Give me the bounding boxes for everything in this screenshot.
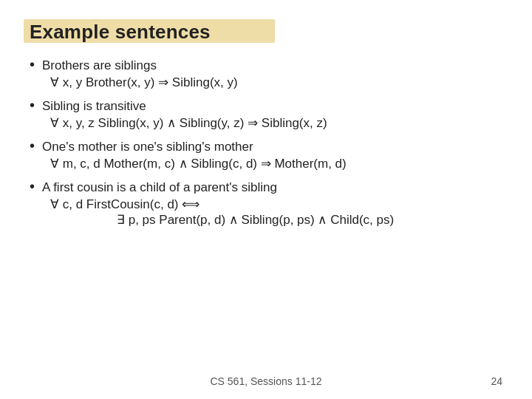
bullet-text-3: One's mother is one's sibling's mother <box>42 140 253 154</box>
bullet-dot-3: • <box>30 138 35 153</box>
formula-1: ∀ x, y Brother(x, y) ⇒ Sibling(x, y) <box>50 75 502 90</box>
bullet-item-4: • A first cousin is a child of a parent'… <box>30 179 502 228</box>
bullet-text-1: Brothers are siblings <box>42 58 157 73</box>
bullet-row-1: • Brothers are siblings <box>30 57 502 73</box>
bullet-item-1: • Brothers are siblings ∀ x, y Brother(x… <box>30 57 502 90</box>
formula-text-3: ∀ m, c, d Mother(m, c) ∧ Sibling(c, d) ⇒… <box>50 156 347 171</box>
bullet-dot-2: • <box>30 98 35 112</box>
formula-text-2: ∀ x, y, z Sibling(x, y) ∧ Sibling(y, z) … <box>50 115 327 131</box>
bullet-item-2: • Sibling is transitive ∀ x, y, z Siblin… <box>30 98 502 131</box>
formula-line1: ∀ c, d FirstCousin(c, d) ⟺ <box>50 197 502 212</box>
bullet-row-4: • A first cousin is a child of a parent'… <box>30 179 502 195</box>
bullet-text-4: A first cousin is a child of a parent's … <box>42 180 277 195</box>
formula-line2: ∃ p, ps Parent(p, d) ∧ Sibling(p, ps) ∧ … <box>117 212 502 228</box>
content-area: • Brothers are siblings ∀ x, y Brother(x… <box>30 57 502 228</box>
formula-4-container: ∀ c, d FirstCousin(c, d) ⟺ ∃ p, ps Paren… <box>50 197 502 228</box>
bullet-dot-1: • <box>30 57 35 72</box>
footer-course: CS 561, Sessions 11-12 <box>211 375 322 387</box>
title-area: Example sentences <box>30 21 502 44</box>
bullet-row-3: • One's mother is one's sibling's mother <box>30 138 502 154</box>
formula-3: ∀ m, c, d Mother(m, c) ∧ Sibling(c, d) ⇒… <box>50 156 502 171</box>
footer-page: 24 <box>491 375 502 387</box>
bullet-dot-4: • <box>30 179 35 194</box>
formula-text-1: ∀ x, y Brother(x, y) ⇒ Sibling(x, y) <box>50 75 238 90</box>
footer: CS 561, Sessions 11-12 24 <box>0 375 532 387</box>
slide-title: Example sentences <box>30 21 502 44</box>
bullet-row-2: • Sibling is transitive <box>30 98 502 114</box>
slide: Example sentences • Brothers are sibling… <box>0 0 532 399</box>
bullet-text-2: Sibling is transitive <box>42 99 146 114</box>
formula-2: ∀ x, y, z Sibling(x, y) ∧ Sibling(y, z) … <box>50 115 502 131</box>
bullet-item-3: • One's mother is one's sibling's mother… <box>30 138 502 171</box>
